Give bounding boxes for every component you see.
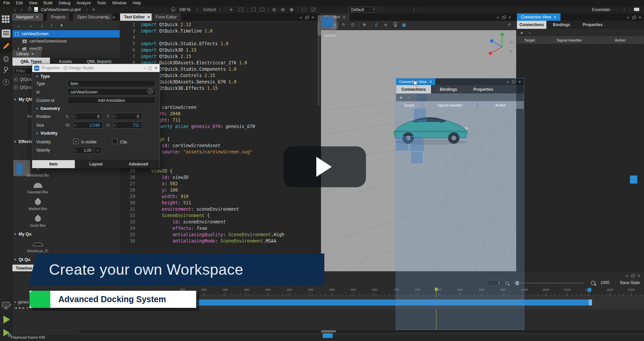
perspective-selector[interactable]: Essentials [592, 7, 610, 12]
menu-help[interactable]: Help [132, 1, 141, 5]
menu-tools[interactable]: Tools [97, 1, 106, 5]
tab-text-editor[interactable]: Text Editor✕ [120, 13, 154, 21]
slash-icon[interactable] [311, 8, 316, 11]
properties-dialog[interactable]: DS Properties - Qt Design Studio – ▢ ✕ ▾… [32, 64, 160, 168]
kit-selector[interactable]: Default▼ [349, 7, 378, 12]
editor-panel-controls[interactable]: ∨✕ [300, 15, 314, 20]
open-document-name[interactable]: CarViewScreen.ui.qml [41, 7, 81, 12]
connection-panel-controls[interactable]: ∨✕ [627, 15, 641, 20]
floating-column-target[interactable]: Target [396, 101, 422, 109]
floating-connection-view[interactable]: Connection View✕ ∨✕ Connections Bindings… [396, 78, 524, 330]
x-field[interactable]: ▴▾ 0 [73, 113, 103, 120]
dialog-titlebar[interactable]: DS Properties - Qt Design Studio – ▢ ✕ [32, 64, 160, 72]
dialog-tab-advanced[interactable]: Advanced [117, 160, 160, 168]
timeline-end-field[interactable]: 1000 [600, 280, 609, 285]
design-mode-active[interactable] [0, 40, 12, 53]
run-preview-icon[interactable]: ▶ [171, 7, 175, 12]
frame-icon[interactable] [252, 8, 256, 11]
h-field[interactable]: ▴▾ 711 [113, 122, 142, 129]
type-field[interactable]: Item [67, 80, 155, 87]
column-target[interactable]: Target [517, 36, 542, 44]
maximize-icon[interactable]: ▢ [148, 66, 152, 70]
axis-gizmo[interactable] [485, 31, 516, 58]
timeline-bottom-marker[interactable] [323, 333, 333, 338]
base-state-button[interactable]: Base State [620, 280, 640, 285]
id-field[interactable]: carViewScreen [67, 88, 155, 95]
zoom-spinner-icon[interactable]: ↕ [196, 7, 198, 11]
timeline-end-marker[interactable] [588, 288, 591, 292]
nav-forward-icon[interactable]: → [29, 23, 33, 28]
fit-selected-icon[interactable]: ✥ [363, 22, 366, 27]
w-field[interactable]: ▴▾ 2.048 [73, 122, 103, 129]
close-icon[interactable]: ✕ [31, 52, 34, 56]
rotate-tool-icon[interactable]: ↻ [342, 22, 345, 27]
close-icon[interactable]: ✕ [429, 80, 432, 84]
forward-icon[interactable]: › [21, 7, 22, 12]
library-item-electriccar-27[interactable]: Electriccar_27 [25, 239, 51, 253]
merge-icon[interactable] [302, 8, 306, 11]
run-button[interactable] [3, 315, 11, 325]
close-icon[interactable]: ✕ [36, 15, 39, 19]
library-section-header[interactable]: ▾My Qu [14, 232, 32, 236]
zoom-in-icon[interactable] [591, 281, 595, 285]
zoom-level[interactable]: 100 % [179, 7, 191, 12]
lock-icon[interactable] [28, 8, 31, 11]
move-anchor-icon[interactable]: ✢ [229, 7, 233, 12]
floating-tab-properties[interactable]: Properties [466, 85, 501, 93]
light-icon[interactable] [393, 22, 397, 29]
menu-analyze[interactable]: Analyze [76, 1, 91, 5]
menu-build[interactable]: Build [44, 1, 53, 5]
menu-window[interactable]: Window [112, 1, 127, 5]
library-section-header[interactable]: ▾Effects [14, 139, 33, 144]
dialog-tab-layout[interactable]: Layout [75, 160, 117, 168]
menu-view[interactable]: View [29, 1, 38, 5]
selection-export-icon[interactable] [239, 8, 243, 11]
section-geometry[interactable]: ▾Geometry [36, 106, 60, 111]
tab-connection-view[interactable]: Connection View✕ [517, 13, 560, 21]
tab-navigator[interactable]: Navigator✕ [12, 13, 43, 21]
welcome-mode-icon[interactable] [2, 29, 10, 38]
is-visible-checkbox[interactable]: ✓ [73, 139, 78, 144]
orientation-icon[interactable]: ∠ [375, 22, 378, 27]
kit-monitor-icon[interactable] [1, 301, 11, 312]
tab-library[interactable]: Library✕ [12, 50, 41, 58]
filter-icon[interactable]: ▼ [60, 23, 63, 27]
library-item-masked-blur[interactable]: Masked Blur [25, 197, 51, 211]
tab-bindings[interactable]: Bindings [546, 21, 577, 29]
floating-column-action[interactable]: Action [478, 101, 524, 109]
debug-run-button[interactable] [3, 328, 11, 339]
grid-layout-icon[interactable]: ▦ [290, 7, 293, 12]
opacity-field[interactable]: ▴▾ 1,00 [73, 147, 94, 154]
floating-panel-controls[interactable]: ∨✕ [506, 80, 524, 84]
tab-properties[interactable]: Properties [577, 21, 609, 29]
column-action[interactable]: Action [597, 36, 644, 44]
library-section-header[interactable]: ▾Qt Qu [14, 257, 30, 262]
video-play-button[interactable] [283, 146, 366, 187]
tab-projects[interactable]: Projects [47, 13, 69, 21]
floating-column-signal-handler[interactable]: Signal Handler [422, 101, 478, 109]
menu-debug[interactable]: Debug [59, 1, 70, 5]
floating-tab-bindings[interactable]: Bindings [431, 85, 466, 93]
clip-checkbox[interactable] [112, 139, 117, 144]
floating-remove-button[interactable]: − [407, 94, 410, 100]
close-icon[interactable]: ✕ [553, 15, 556, 19]
close-icon[interactable]: ✕ [342, 15, 345, 19]
kit-spinner-icon[interactable]: ↕ [413, 7, 415, 11]
opacity-dropdown[interactable]: ∨ [94, 147, 101, 154]
add-annotation-button[interactable]: Add Annotation [67, 97, 155, 104]
column-signal-handler[interactable]: Signal Handler [542, 36, 597, 44]
section-visibility[interactable]: ▾Visibility [36, 131, 58, 136]
frame-add-icon[interactable] [260, 8, 264, 11]
tree-item-carviewscreenasset[interactable]: ▲ carViewScreenAsset [12, 38, 120, 45]
keyframe-controls[interactable]: ◀◆▶● [14, 306, 28, 310]
document-spinner-icon[interactable]: ↕ [86, 7, 88, 11]
help-icon[interactable]: ? [3, 79, 9, 85]
snap-icon[interactable]: ⇆ [384, 22, 387, 27]
remove-connection-button[interactable]: − [528, 30, 531, 36]
section-type[interactable]: ▾Type [32, 72, 160, 80]
minimize-icon[interactable]: – [144, 66, 146, 70]
debug-mode-icon[interactable] [3, 55, 9, 63]
navigator-panel-controls[interactable]: ∨✕ [101, 15, 115, 20]
tree-item-carviewscreen[interactable]: carViewScreen [12, 30, 120, 38]
import-row-2[interactable]: + QtQuick [14, 85, 34, 90]
